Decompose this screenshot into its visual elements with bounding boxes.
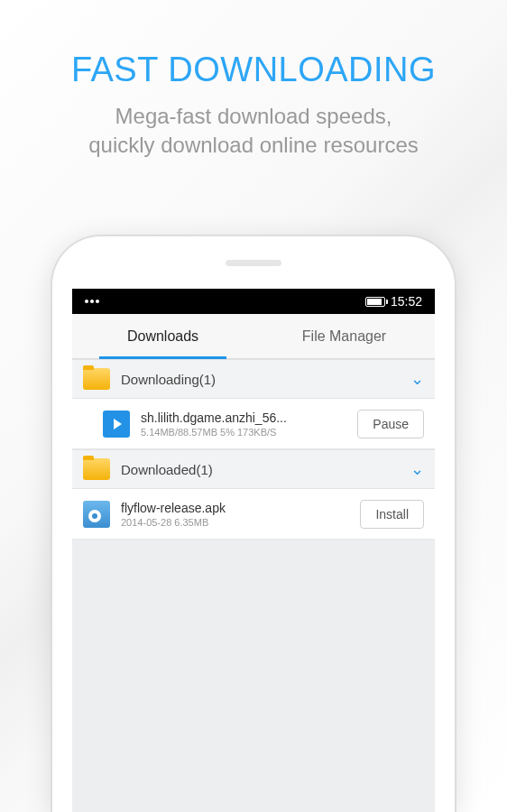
apk-icon xyxy=(83,501,110,528)
downloading-subtitle: 5.14MB/88.57MB 5% 173KB/S xyxy=(141,427,357,438)
phone-screen: 15:52 Downloads File Manager Downloading… xyxy=(72,289,435,812)
folder-icon xyxy=(83,368,110,390)
phone-frame: 15:52 Downloads File Manager Downloading… xyxy=(51,235,456,812)
battery-icon xyxy=(365,297,385,307)
tab-downloads[interactable]: Downloads xyxy=(72,314,254,358)
pause-button[interactable]: Pause xyxy=(357,410,424,438)
section-header-downloading[interactable]: Downloading(1) ⌄ xyxy=(72,359,435,399)
phone-body: 15:52 Downloads File Manager Downloading… xyxy=(51,235,456,812)
tab-bar: Downloads File Manager xyxy=(72,314,435,359)
status-menu-icon xyxy=(85,300,99,303)
status-right: 15:52 xyxy=(365,294,422,309)
chevron-down-icon: ⌄ xyxy=(410,369,424,389)
item-text: sh.lilith.dgame.anzhi_56... 5.14MB/88.57… xyxy=(141,411,357,438)
status-time: 15:52 xyxy=(391,294,422,309)
status-bar: 15:52 xyxy=(72,289,435,314)
folder-icon xyxy=(83,458,110,480)
downloaded-title: flyflow-release.apk xyxy=(121,501,360,515)
tab-file-manager-label: File Manager xyxy=(302,328,386,345)
hero-subtitle-line1: Mega-fast download speeds, xyxy=(115,104,392,128)
chevron-down-icon: ⌄ xyxy=(410,459,424,479)
tab-downloads-label: Downloads xyxy=(127,328,198,345)
hero-title: FAST DOWNLOADING xyxy=(0,51,507,89)
downloaded-subtitle: 2014-05-28 6.35MB xyxy=(121,517,360,528)
play-icon xyxy=(103,411,130,438)
hero-subtitle: Mega-fast download speeds, quickly downl… xyxy=(0,102,507,161)
install-button[interactable]: Install xyxy=(360,500,424,529)
downloaded-item[interactable]: flyflow-release.apk 2014-05-28 6.35MB In… xyxy=(72,489,435,540)
section-header-downloaded[interactable]: Downloaded(1) ⌄ xyxy=(72,449,435,489)
hero-subtitle-line2: quickly download online resources xyxy=(88,133,419,157)
downloaded-label: Downloaded(1) xyxy=(121,462,410,477)
item-text: flyflow-release.apk 2014-05-28 6.35MB xyxy=(121,501,360,528)
downloading-title: sh.lilith.dgame.anzhi_56... xyxy=(141,411,357,425)
tab-file-manager[interactable]: File Manager xyxy=(254,314,435,358)
empty-area xyxy=(72,540,435,810)
downloading-item[interactable]: sh.lilith.dgame.anzhi_56... 5.14MB/88.57… xyxy=(72,399,435,449)
downloading-label: Downloading(1) xyxy=(121,372,410,387)
hero-section: FAST DOWNLOADING Mega-fast download spee… xyxy=(0,0,507,161)
